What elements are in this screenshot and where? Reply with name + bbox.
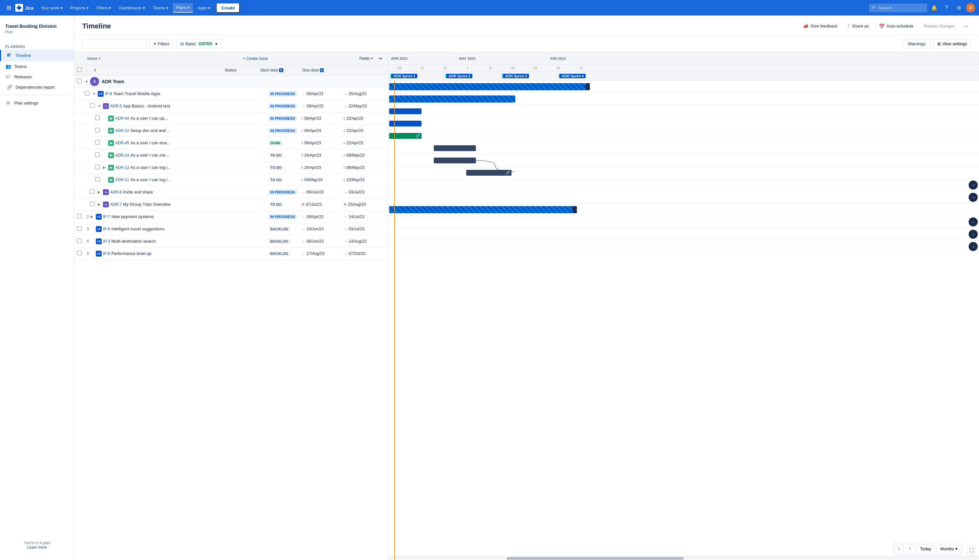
row-id[interactable]: IP-7 (103, 215, 110, 219)
row-id[interactable]: IP-8 (105, 92, 112, 96)
row-title[interactable]: Setup dev and and ... (130, 128, 266, 133)
row-checkbox[interactable] (77, 238, 82, 243)
resize-icon[interactable]: ⇔ (375, 56, 386, 61)
nav-your-work[interactable]: Your work▾ (38, 3, 66, 12)
th-fields[interactable]: Fields ▾ (357, 56, 375, 61)
gantt-bar[interactable]: → (389, 83, 590, 90)
nav-projects[interactable]: Projects▾ (67, 3, 92, 12)
row-title[interactable]: Team Travel Mobile Apps (113, 91, 266, 96)
group-collapse-icon[interactable]: ▼ (85, 80, 90, 83)
sidebar-item-releases[interactable]: 🏷 Releases (0, 72, 74, 82)
row-id[interactable]: ADR-12 (115, 128, 129, 133)
row-id[interactable]: ADR-5 (110, 104, 122, 108)
gantt-bar[interactable]: 🔗 (466, 170, 511, 176)
gantt-today-button[interactable]: Today (917, 545, 935, 553)
row-title[interactable]: App Basics - Android test (123, 103, 266, 108)
row-checkbox[interactable] (77, 214, 82, 218)
row-title[interactable]: Performance level-up (111, 251, 266, 256)
fullscreen-button[interactable]: ⛶ (967, 546, 976, 555)
gantt-bar[interactable]: 🔗 (389, 133, 421, 139)
search-input[interactable] (869, 3, 927, 12)
warnings-button[interactable]: Warnings (903, 39, 930, 48)
row-title[interactable]: Invite and share (123, 190, 266, 195)
gantt-bar[interactable] (389, 95, 515, 103)
nav-teams[interactable]: Teams▾ (150, 3, 172, 12)
scrollbar-thumb[interactable] (507, 557, 684, 560)
gantt-bar[interactable] (389, 108, 421, 114)
notifications-icon[interactable]: 🔔 (929, 3, 939, 13)
learn-more-link[interactable]: Learn more (27, 545, 47, 550)
row-expand-icon[interactable]: ▼ (93, 92, 98, 95)
sidebar-item-timeline[interactable]: Timeline (0, 50, 74, 61)
give-feedback-button[interactable]: 📣 Give feedback (799, 22, 841, 31)
th-issue[interactable]: Issue ▾ (85, 56, 240, 61)
row-id[interactable]: ADR-14 (115, 153, 129, 158)
row-checkbox[interactable] (95, 140, 100, 145)
review-changes-button[interactable]: Review changes (920, 22, 959, 30)
gantt-bar[interactable]: → (389, 206, 577, 213)
sidebar-item-plan-settings[interactable]: ⚙ Plan settings (0, 98, 74, 108)
create-button[interactable]: Create (216, 3, 240, 13)
more-options-button[interactable]: ··· (961, 21, 971, 32)
sidebar-item-dependencies[interactable]: 🔗 Dependencies report (0, 82, 74, 92)
row-checkbox[interactable] (90, 202, 95, 206)
gantt-bar[interactable] (434, 158, 476, 163)
row-expand-icon[interactable]: ▶ (103, 166, 108, 169)
view-settings-button[interactable]: ⊞ View settings (933, 39, 971, 48)
row-id[interactable]: IP-3 (103, 239, 110, 243)
gantt-next-button[interactable]: › (905, 544, 915, 553)
nav-filters[interactable]: Filters▾ (93, 3, 114, 12)
row-title[interactable]: New payment systems (111, 214, 266, 219)
row-expand-icon[interactable]: ▶ (98, 203, 103, 206)
row-checkbox[interactable] (77, 226, 82, 231)
row-title[interactable]: Intelligent travel suggestions (111, 227, 266, 231)
nav-dashboards[interactable]: Dashboards▾ (115, 3, 148, 12)
basic-dropdown-button[interactable]: ⊟ Basic EDITED ▾ (176, 39, 222, 48)
share-as-button[interactable]: ⤴ Share as (844, 22, 872, 31)
group-checkbox[interactable] (77, 78, 82, 83)
row-title[interactable]: As a user I can log i... (130, 165, 266, 170)
nav-apps[interactable]: Apps▾ (194, 3, 214, 12)
row-checkbox[interactable] (90, 103, 95, 108)
row-checkbox[interactable] (85, 91, 89, 95)
row-id[interactable]: ADR-13 (115, 165, 129, 170)
row-title[interactable]: As a user I can up... (130, 116, 266, 121)
row-checkbox[interactable] (77, 251, 82, 255)
row-expand-icon[interactable]: ▶ (91, 215, 96, 218)
row-checkbox[interactable] (90, 189, 95, 194)
select-all-checkbox[interactable] (77, 67, 82, 72)
row-title[interactable]: Multi-destination search (111, 239, 266, 243)
scrollbar[interactable] (389, 556, 979, 560)
toolbar-search-input[interactable] (82, 39, 147, 48)
filters-button[interactable]: ≡ Filters (150, 39, 174, 48)
auto-schedule-button[interactable]: 📅 Auto-schedule (875, 22, 917, 31)
row-expand-icon[interactable]: ▼ (98, 104, 103, 108)
sidebar-item-teams[interactable]: 👥 Teams (0, 61, 74, 72)
row-id[interactable]: ADR-6 (110, 190, 122, 195)
gantt-prev-button[interactable]: ‹ (894, 544, 904, 553)
row-checkbox[interactable] (95, 128, 100, 132)
row-title[interactable]: As a user I can ena... (130, 140, 266, 145)
gantt-bar[interactable] (434, 145, 476, 151)
row-checkbox[interactable] (95, 177, 100, 182)
settings-icon[interactable]: ⚙ (954, 3, 964, 13)
row-expand-icon[interactable]: ▶ (98, 190, 103, 194)
help-icon[interactable]: ? (941, 3, 952, 13)
row-id[interactable]: ADR-11 (115, 178, 129, 182)
row-checkbox[interactable] (95, 152, 100, 157)
avatar[interactable]: U (966, 3, 975, 12)
row-title[interactable]: As a user I can log i... (130, 177, 266, 182)
gantt-bar[interactable] (389, 121, 421, 127)
row-id[interactable]: ADR-7 (110, 202, 122, 207)
row-id[interactable]: IP-6 (103, 252, 110, 256)
jira-logo[interactable]: Jira (15, 4, 33, 12)
row-title[interactable]: My Group Trips Overview (123, 202, 266, 207)
row-id[interactable]: IP-5 (103, 227, 110, 231)
create-issue-button[interactable]: + Create issue (240, 56, 271, 61)
row-id[interactable]: ADR-44 (115, 116, 129, 121)
row-title[interactable]: As a user I can cre... (130, 153, 266, 158)
nav-plans[interactable]: Plans▾ (173, 3, 193, 13)
row-checkbox[interactable] (95, 165, 100, 169)
grid-icon[interactable]: ⊞ (4, 2, 14, 14)
gantt-months-dropdown[interactable]: Months ▾ (937, 545, 961, 553)
